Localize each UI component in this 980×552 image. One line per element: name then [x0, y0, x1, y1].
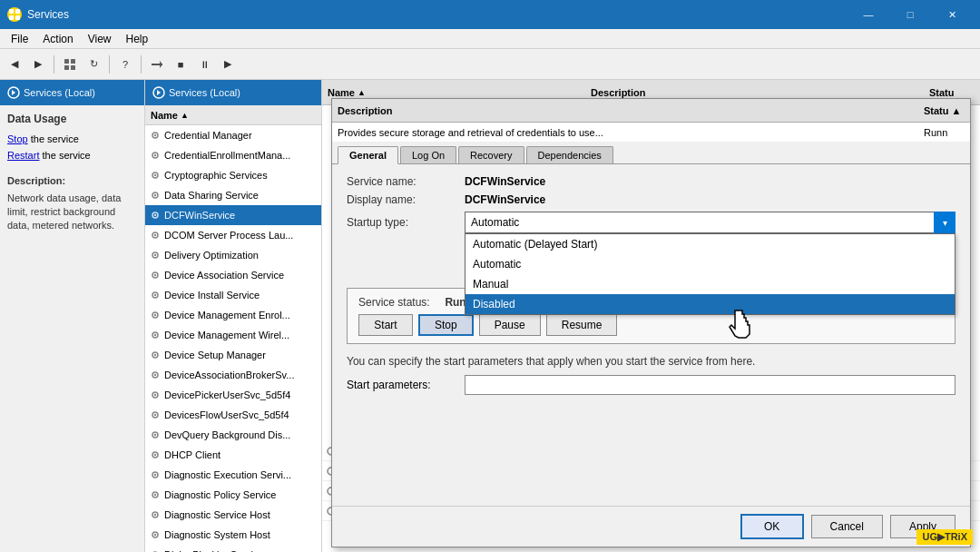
- toolbar-help[interactable]: ?: [114, 54, 136, 75]
- restart-service-link[interactable]: Restart: [7, 150, 39, 161]
- col-status-header: Statu: [929, 87, 955, 98]
- service-item-delivery[interactable]: Delivery Optimization: [145, 245, 321, 265]
- watermark-badge: UG▶TRiX: [916, 529, 973, 545]
- service-gear-icon-9: [149, 289, 162, 301]
- service-item-device-assoc[interactable]: Device Association Service: [145, 265, 321, 285]
- svg-point-37: [154, 374, 156, 376]
- svg-point-51: [154, 514, 156, 516]
- left-panel: Services (Local) Data Usage Stop the ser…: [0, 80, 145, 552]
- service-item-device-mgmt-wire[interactable]: Device Management Wirel...: [145, 325, 321, 345]
- menu-help[interactable]: Help: [119, 31, 156, 47]
- toolbar: ◀ ▶ ↻ ? ■ ⏸ ▶: [0, 49, 980, 80]
- service-item-dcom[interactable]: DCOM Server Process Lau...: [145, 225, 321, 245]
- start-params-label: Start parameters:: [347, 379, 465, 391]
- help-text: You can specify the start parameters tha…: [347, 353, 956, 370]
- display-name-label: Display name:: [347, 193, 465, 206]
- service-item-diag-sys-host[interactable]: Diagnostic System Host: [145, 525, 321, 545]
- svg-point-29: [154, 294, 156, 296]
- stop-service-link[interactable]: Stop: [7, 133, 28, 144]
- service-status-buttons: Start Stop Pause Resume: [358, 314, 944, 336]
- option-disabled[interactable]: Disabled: [466, 294, 955, 314]
- service-item-device-mgmt-enrol[interactable]: Device Management Enrol...: [145, 305, 321, 325]
- service-item-cred-enrollment[interactable]: CredentialEnrollmentMana...: [145, 145, 321, 165]
- cancel-button[interactable]: Cancel: [811, 515, 883, 538]
- svg-rect-2: [9, 15, 14, 20]
- service-item-device-install[interactable]: Device Install Service: [145, 285, 321, 305]
- services-list[interactable]: Credential Manager CredentialEnrollmentM…: [145, 125, 321, 552]
- service-item-devicepicker[interactable]: DevicePickerUserSvc_5d5f4: [145, 385, 321, 405]
- resume-button[interactable]: Resume: [546, 314, 618, 336]
- close-button[interactable]: ✕: [931, 0, 973, 29]
- svg-point-23: [154, 234, 156, 236]
- toolbar-stop[interactable]: ■: [170, 54, 191, 75]
- stop-button[interactable]: Stop: [418, 314, 474, 336]
- menu-view[interactable]: View: [81, 31, 119, 47]
- services-panel-title: Services (Local): [169, 87, 240, 98]
- toolbar-back[interactable]: ◀: [4, 54, 25, 75]
- status-col-label: Statu ▲: [924, 105, 961, 116]
- svg-point-17: [154, 174, 156, 176]
- service-item-data-sharing[interactable]: Data Sharing Service: [145, 185, 321, 205]
- service-item-diag-policy[interactable]: Diagnostic Policy Service: [145, 485, 321, 505]
- start-params-row: Start parameters:: [347, 375, 956, 395]
- startup-type-label: Startup type:: [347, 216, 465, 229]
- properties-dialog: Description Statu ▲ Provides secure stor…: [331, 98, 971, 547]
- title-bar: Services — □ ✕: [0, 0, 980, 29]
- svg-rect-6: [64, 65, 69, 70]
- service-item-devicesflow[interactable]: DevicesFlowUserSvc_5d5f4: [145, 405, 321, 425]
- properties-panel: Name ▲ Description Statu Diagnostic Poli…: [322, 80, 980, 552]
- service-item-crypto[interactable]: Cryptographic Services: [145, 165, 321, 185]
- menu-action[interactable]: Action: [35, 31, 80, 47]
- service-gear-icon-12: [149, 349, 162, 361]
- service-item-credential-manager[interactable]: Credential Manager: [145, 125, 321, 145]
- svg-point-35: [154, 354, 156, 356]
- left-panel-header: Services (Local): [0, 80, 144, 105]
- tab-dependencies[interactable]: Dependencies: [526, 146, 613, 163]
- service-item-devquery[interactable]: DevQuery Background Dis...: [145, 425, 321, 445]
- minimize-button[interactable]: —: [848, 0, 889, 29]
- tab-logon[interactable]: Log On: [400, 146, 456, 163]
- dropdown-arrow-icon[interactable]: ▾: [934, 212, 956, 233]
- option-manual[interactable]: Manual: [466, 274, 955, 294]
- svg-rect-7: [71, 65, 75, 70]
- service-item-deviceassoc-broker[interactable]: DeviceAssociationBrokerSv...: [145, 365, 321, 385]
- toolbar-up[interactable]: [59, 54, 81, 75]
- service-item-dcfwinservice[interactable]: DCFWinService: [145, 205, 321, 225]
- tab-general[interactable]: General: [338, 146, 398, 164]
- toolbar-btn-4[interactable]: [146, 54, 168, 75]
- service-item-dhcp[interactable]: DHCP Client: [145, 445, 321, 465]
- left-description: Description: Network data usage, data li…: [0, 165, 144, 242]
- toolbar-refresh[interactable]: ↻: [83, 54, 104, 75]
- start-button[interactable]: Start: [358, 314, 413, 336]
- toolbar-pause[interactable]: ⏸: [193, 54, 215, 75]
- startup-dropdown-popup: Automatic (Delayed Start) Automatic Manu…: [465, 233, 956, 315]
- tab-recovery[interactable]: Recovery: [458, 146, 524, 163]
- startup-type-select[interactable]: Automatic: [465, 212, 956, 233]
- option-automatic[interactable]: Automatic: [466, 254, 955, 274]
- pause-button[interactable]: Pause: [479, 314, 541, 336]
- dialog-body: Service name: DCFWinService Display name…: [332, 164, 970, 506]
- service-item-dialog-blocking[interactable]: DialogBlockingService: [145, 545, 321, 552]
- window-controls: — □ ✕: [848, 0, 973, 29]
- main-content: Services (Local) Data Usage Stop the ser…: [0, 80, 980, 552]
- toolbar-play[interactable]: ▶: [217, 54, 239, 75]
- service-item-diag-exec[interactable]: Diagnostic Execution Servi...: [145, 465, 321, 485]
- service-item-device-setup[interactable]: Device Setup Manager: [145, 345, 321, 365]
- services-panel: Services (Local) Name ▲ Credential Manag…: [145, 80, 322, 552]
- service-gear-icon-2: [149, 149, 162, 162]
- service-name-label: Service name:: [347, 175, 465, 188]
- window-title: Services: [27, 8, 848, 21]
- app-icon: [7, 7, 22, 22]
- service-item-diag-svc-host[interactable]: Diagnostic Service Host: [145, 505, 321, 525]
- service-gear-icon-19: [149, 488, 162, 501]
- maximize-button[interactable]: □: [889, 0, 931, 29]
- start-params-input[interactable]: [465, 375, 956, 395]
- menu-file[interactable]: File: [4, 31, 35, 47]
- service-name-row: Service name: DCFWinService: [347, 175, 956, 188]
- ok-button[interactable]: OK: [740, 514, 804, 539]
- display-name-value: DCFWinService: [465, 193, 956, 206]
- cred-mgr-row: Provides secure storage and retrieval of…: [332, 123, 970, 143]
- service-name-value: DCFWinService: [465, 175, 956, 188]
- toolbar-forward[interactable]: ▶: [27, 54, 49, 75]
- option-auto-delayed[interactable]: Automatic (Delayed Start): [466, 234, 955, 254]
